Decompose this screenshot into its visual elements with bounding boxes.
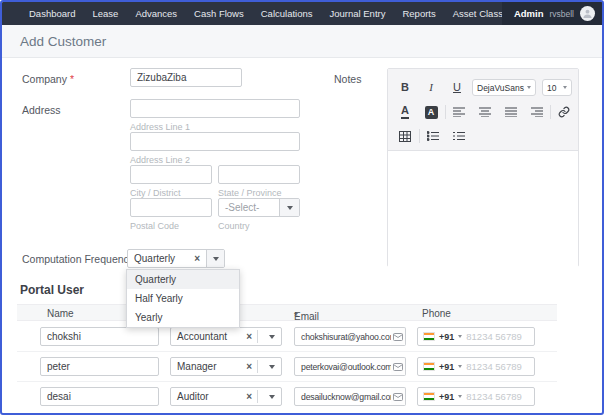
portal-role-select[interactable]: Manager × [170,357,282,376]
unordered-list-icon[interactable] [424,127,442,145]
user-avatar[interactable] [580,6,595,21]
clear-icon[interactable]: × [194,254,200,264]
chevron-down-icon[interactable] [458,395,462,398]
portal-name-input[interactable]: chokshi [40,327,159,346]
address-line1-input[interactable] [130,99,300,118]
company-label: Company * [22,73,74,85]
portal-phone-input[interactable]: +91 81234 56789 [417,387,535,406]
clear-icon[interactable]: × [246,392,252,402]
nav-item-dashboard[interactable]: Dashboard [29,8,75,19]
portal-user-heading: Portal User [20,283,84,297]
nav-item-journal-entry[interactable]: Journal Entry [329,8,385,19]
portal-user-table-header: Name * Email Phone [17,304,557,321]
page-header: Add Customer [2,25,602,58]
notes-content-area[interactable] [388,151,578,267]
username-label: rvsbell [549,9,574,19]
portal-name-input[interactable]: desai [40,387,159,406]
chevron-down-icon[interactable] [263,388,281,405]
align-justify-icon[interactable] [502,103,520,121]
person-icon [582,8,593,19]
font-size-select[interactable]: 10 [542,79,572,96]
underline-icon[interactable]: U [448,78,466,96]
app-window: Dashboard Lease Advances Cash Flows Calc… [0,0,604,415]
dropdown-option-yearly[interactable]: Yearly [127,308,239,327]
chevron-down-icon[interactable] [263,358,281,375]
postal-code-input[interactable] [130,198,212,217]
city-helper: City / District [130,188,181,198]
portal-phone-input[interactable]: +91 81234 56789 [417,357,535,376]
chevron-down-icon [563,86,567,89]
nav-item-reports[interactable]: Reports [402,8,435,19]
table-row: peter Manager × peterkovai@outlook.com +… [17,352,557,382]
address-line1-helper: Address Line 1 [130,122,190,132]
portal-email-input[interactable]: chokshisurat@yahoo.com [294,327,392,346]
portal-role-select[interactable]: Accountant × [170,327,282,346]
table-row: chokshi Accountant × chokshisurat@yahoo.… [17,322,557,352]
notes-rich-text-editor: B I U DejaVuSans 10 A A [387,68,579,267]
table-row: desai Auditor × desailucknow@gmail.com +… [17,382,557,412]
italic-icon[interactable]: I [422,78,440,96]
align-right-icon[interactable] [528,103,546,121]
country-select[interactable]: -Select- [218,198,300,217]
nav-item-calculations[interactable]: Calculations [261,8,313,19]
page-title: Add Customer [20,34,106,49]
nav-item-admin[interactable]: Admin [514,8,544,19]
portal-email-input[interactable]: desailucknow@gmail.com [294,387,392,406]
computation-frequency-select[interactable]: Quarterly × [127,249,225,268]
computation-frequency-dropdown: Quarterly Half Yearly Yearly [126,269,240,328]
highlight-color-icon[interactable]: A [422,103,440,121]
portal-name-input[interactable]: peter [40,357,159,376]
notes-label: Notes [334,73,361,85]
state-input[interactable] [218,165,300,184]
ordered-list-icon[interactable] [450,127,468,145]
clear-icon[interactable]: × [246,362,252,372]
column-header-phone: Phone [422,308,451,319]
required-asterisk: * [70,73,74,85]
chevron-down-icon[interactable] [263,328,281,345]
nav-item-cash-flows[interactable]: Cash Flows [194,8,244,19]
envelope-icon[interactable] [391,387,406,406]
align-center-icon[interactable] [476,103,494,121]
postal-helper: Postal Code [130,221,179,231]
envelope-icon[interactable] [391,357,406,376]
state-helper: State / Province [218,188,282,198]
dropdown-option-half-yearly[interactable]: Half Yearly [127,289,239,308]
insert-table-icon[interactable] [396,127,414,145]
editor-toolbar: B I U DejaVuSans 10 A A [388,69,578,151]
chevron-down-icon[interactable] [279,199,299,216]
address-label: Address [22,104,61,116]
clear-icon[interactable]: × [246,332,252,342]
bold-icon[interactable]: B [396,78,414,96]
nav-item-lease[interactable]: Lease [92,8,118,19]
chevron-down-icon[interactable] [458,365,462,368]
font-family-select[interactable]: DejaVuSans [472,79,536,96]
chevron-down-icon [527,86,531,89]
portal-phone-input[interactable]: +91 81234 56789 [417,327,535,346]
dropdown-option-quarterly[interactable]: Quarterly [127,270,239,289]
nav-item-asset-class[interactable]: Asset Class [453,8,503,19]
nav-user-area: Admin rvsbell [502,2,602,25]
address-line2-input[interactable] [130,132,300,151]
india-flag-icon [423,332,435,341]
envelope-icon[interactable] [391,327,406,346]
india-flag-icon [423,362,435,371]
align-left-icon[interactable] [450,103,468,121]
column-header-name: Name [47,308,74,319]
india-flag-icon [423,392,435,401]
top-nav: Dashboard Lease Advances Cash Flows Calc… [2,2,602,25]
font-color-icon[interactable]: A [396,103,414,121]
address-line2-helper: Address Line 2 [130,155,190,165]
link-icon[interactable] [555,103,573,121]
city-input[interactable] [130,165,212,184]
chevron-down-icon[interactable] [458,335,462,338]
nav-item-advances[interactable]: Advances [135,8,177,19]
country-helper: Country [218,221,250,231]
computation-frequency-label: Computation Frequency [22,253,134,265]
chevron-down-icon[interactable] [206,250,224,267]
portal-email-input[interactable]: peterkovai@outlook.com [294,357,392,376]
portal-role-select[interactable]: Auditor × [170,387,282,406]
company-input[interactable]: ZizubaZiba [130,68,242,87]
